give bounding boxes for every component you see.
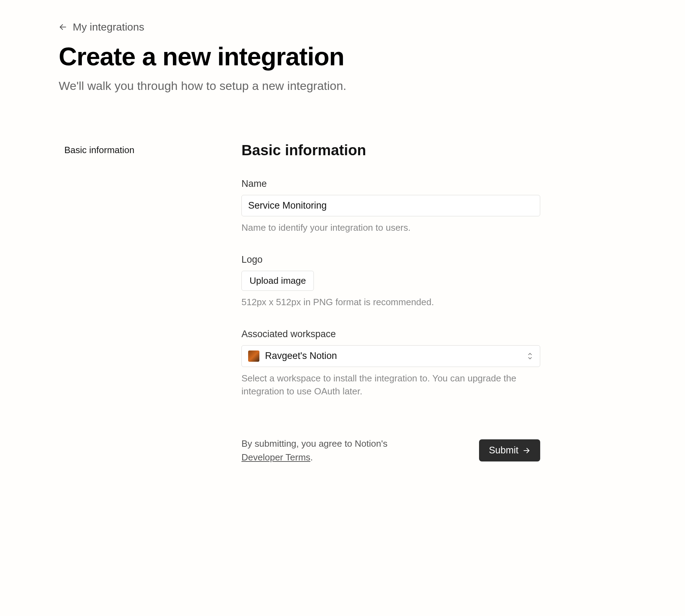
logo-label: Logo <box>241 254 540 265</box>
workspace-selected-label: Ravgeet's Notion <box>265 350 337 361</box>
workspace-field: Associated workspace Ravgeet's Notion Se… <box>241 329 540 398</box>
consent-prefix: By submitting, you agree to Notion's <box>241 438 387 449</box>
arrow-right-icon <box>523 447 530 454</box>
workspace-help: Select a workspace to install the integr… <box>241 372 540 398</box>
submit-button[interactable]: Submit <box>479 439 540 461</box>
form-footer: By submitting, you agree to Notion's Dev… <box>241 437 540 464</box>
workspace-label: Associated workspace <box>241 329 540 340</box>
arrow-left-icon <box>59 23 67 31</box>
main-form: Basic information Name Name to identify … <box>241 142 540 464</box>
logo-help: 512px x 512px in PNG format is recommend… <box>241 296 540 309</box>
sidebar-item-basic-information[interactable]: Basic information <box>64 142 220 158</box>
section-title: Basic information <box>241 142 540 159</box>
name-input[interactable] <box>241 195 540 216</box>
name-field: Name Name to identify your integration t… <box>241 178 540 235</box>
name-help: Name to identify your integration to use… <box>241 221 540 235</box>
workspace-select[interactable]: Ravgeet's Notion <box>241 345 540 367</box>
consent-text: By submitting, you agree to Notion's Dev… <box>241 437 417 464</box>
upload-image-button[interactable]: Upload image <box>241 271 314 291</box>
back-link-label: My integrations <box>73 21 144 33</box>
consent-suffix: . <box>310 452 313 463</box>
sidebar: Basic information <box>59 142 220 464</box>
developer-terms-link[interactable]: Developer Terms <box>241 452 310 463</box>
page-title: Create a new integration <box>59 43 626 71</box>
page-subtitle: We'll walk you through how to setup a ne… <box>59 79 626 93</box>
logo-field: Logo Upload image 512px x 512px in PNG f… <box>241 254 540 309</box>
workspace-avatar-icon <box>248 350 259 362</box>
back-link[interactable]: My integrations <box>59 21 144 33</box>
name-label: Name <box>241 178 540 189</box>
submit-label: Submit <box>489 445 518 456</box>
